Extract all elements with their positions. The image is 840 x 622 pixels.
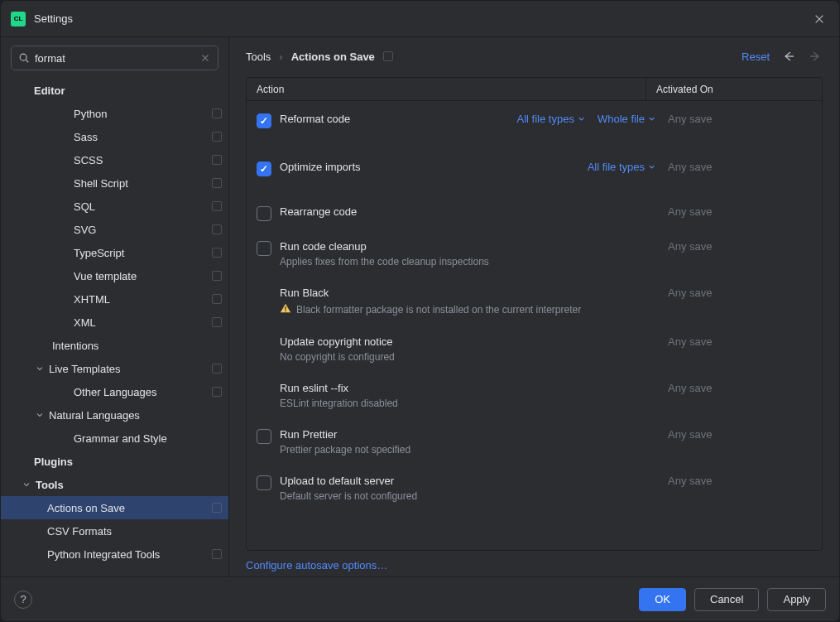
activated-on: Any save	[663, 428, 812, 441]
action-label: Reformat code	[280, 113, 517, 125]
table-row[interactable]: Run code cleanupApplies fixes from the c…	[247, 232, 822, 278]
sidebar-item-python-integrated-tools[interactable]: Python Integrated Tools	[1, 542, 228, 566]
table-row[interactable]: Upload to default serverDefault server i…	[247, 466, 822, 513]
sidebar: EditorPythonSassSCSSShell ScriptSQLSVGTy…	[1, 37, 229, 576]
configure-autosave-link[interactable]: Configure autosave options…	[246, 559, 387, 571]
sidebar-item-scss[interactable]: SCSS	[1, 148, 228, 171]
action-label: Rearrange code	[280, 205, 663, 218]
extension-badge-icon	[212, 248, 222, 258]
table-row[interactable]: Run PrettierPrettier package not specifi…	[247, 420, 822, 466]
action-label: Optimize imports	[280, 161, 588, 173]
checkbox[interactable]	[257, 113, 271, 128]
sidebar-item-intentions[interactable]: Intentions	[1, 334, 228, 357]
extension-badge-icon	[212, 271, 222, 281]
clear-icon[interactable]	[199, 52, 211, 64]
table-body: Reformat codeAll file types Whole file A…	[247, 101, 822, 550]
sidebar-item-xml[interactable]: XML	[1, 311, 228, 334]
table-row[interactable]: Run BlackBlack formatter package is not …	[247, 278, 822, 327]
table-row[interactable]: Rearrange codeAny save	[247, 197, 822, 232]
activated-on: Any save	[663, 161, 812, 173]
extension-badge-icon	[212, 132, 222, 142]
checkbox[interactable]	[257, 206, 271, 221]
table-row[interactable]: Update copyright noticeNo copyright is c…	[247, 327, 822, 374]
dropdown-all-file-types[interactable]: All file types	[588, 161, 656, 173]
search-icon	[18, 52, 30, 64]
col-activated[interactable]: Activated On	[646, 84, 822, 95]
checkbox[interactable]	[257, 241, 271, 256]
sidebar-item-natural-languages[interactable]: Natural Languages	[1, 403, 228, 427]
ok-button[interactable]: OK	[639, 588, 686, 611]
extension-badge-icon	[212, 294, 222, 304]
action-subtext: Applies fixes from the code cleanup insp…	[280, 256, 663, 268]
sidebar-item-label: Shell Script	[74, 177, 128, 190]
app-icon: CL	[11, 12, 26, 27]
sidebar-item-label: Python	[74, 108, 107, 120]
checkbox[interactable]	[257, 475, 271, 490]
reset-link[interactable]: Reset	[742, 51, 770, 63]
sidebar-item-actions-on-save[interactable]: Actions on Save	[1, 496, 228, 519]
sidebar-item-tools[interactable]: Tools	[1, 473, 228, 496]
sidebar-item-label: Intentions	[52, 340, 98, 352]
table-row[interactable]: Optimize importsAll file types Any save	[247, 149, 822, 197]
apply-button[interactable]: Apply	[767, 588, 826, 611]
sidebar-item-label: XHTML	[74, 293, 110, 306]
help-icon[interactable]: ?	[14, 591, 32, 609]
sidebar-item-live-templates[interactable]: Live Templates	[1, 357, 228, 380]
search-input[interactable]	[11, 46, 218, 70]
extension-badge-icon	[212, 201, 222, 211]
sidebar-item-python[interactable]: Python	[1, 102, 228, 125]
breadcrumb-parent[interactable]: Tools	[246, 51, 271, 63]
checkbox[interactable]	[257, 162, 271, 176]
sidebar-item-label: SQL	[74, 200, 95, 213]
sidebar-item-csv-formats[interactable]: CSV Formats	[1, 519, 228, 542]
close-icon[interactable]	[809, 9, 829, 29]
sidebar-item-typescript[interactable]: TypeScript	[1, 241, 228, 264]
svg-rect-2	[285, 311, 286, 311]
cancel-button[interactable]: Cancel	[694, 588, 759, 611]
action-label: Upload to default server	[280, 475, 663, 487]
table-row[interactable]: Reformat codeAll file types Whole file A…	[247, 101, 822, 149]
forward-icon	[808, 49, 823, 64]
header: Tools › Actions on Save Reset	[229, 37, 839, 70]
sidebar-item-svg[interactable]: SVG	[1, 218, 228, 241]
sidebar-item-other-languages[interactable]: Other Languages	[1, 380, 228, 403]
settings-tree[interactable]: EditorPythonSassSCSSShell ScriptSQLSVGTy…	[1, 79, 228, 576]
sidebar-item-sass[interactable]: Sass	[1, 125, 228, 148]
action-subtext: ESLint integration disabled	[280, 398, 663, 409]
sidebar-item-vue-template[interactable]: Vue template	[1, 264, 228, 287]
activated-on: Any save	[663, 475, 812, 487]
extension-badge-icon	[212, 224, 222, 234]
chevron-down-icon	[34, 409, 46, 421]
extension-badge-icon	[383, 51, 393, 61]
search-field[interactable]	[35, 52, 199, 65]
action-label: Run eslint --fix	[280, 382, 663, 394]
settings-window: CL Settings EditorPythonSassSCSSShell Sc…	[0, 0, 840, 622]
sidebar-item-plugins[interactable]: Plugins	[1, 450, 228, 473]
sidebar-item-label: Sass	[74, 131, 98, 143]
sidebar-item-shell-script[interactable]: Shell Script	[1, 171, 228, 195]
activated-on: Any save	[663, 382, 812, 394]
warning-icon	[280, 302, 291, 316]
back-icon[interactable]	[781, 49, 796, 64]
sidebar-item-editor[interactable]: Editor	[1, 79, 228, 102]
breadcrumb: Tools › Actions on Save	[246, 51, 393, 63]
sidebar-item-label: Live Templates	[49, 363, 120, 375]
sidebar-item-label: XML	[74, 316, 96, 329]
dropdown-all-file-types[interactable]: All file types	[517, 113, 586, 125]
activated-on: Any save	[663, 335, 812, 348]
dropdown-whole-file[interactable]: Whole file	[598, 113, 656, 125]
table-row[interactable]: Run eslint --fixESLint integration disab…	[247, 374, 822, 420]
sidebar-item-grammar-and-style[interactable]: Grammar and Style	[1, 427, 228, 450]
sidebar-item-sql[interactable]: SQL	[1, 195, 228, 218]
svg-rect-1	[285, 306, 286, 310]
activated-on: Any save	[663, 240, 812, 253]
checkbox[interactable]	[257, 429, 271, 444]
extension-badge-icon	[212, 317, 222, 327]
col-action[interactable]: Action	[247, 78, 646, 100]
sidebar-item-label: Grammar and Style	[74, 432, 167, 445]
sidebar-item-label: Python Integrated Tools	[47, 548, 160, 561]
sidebar-item-xhtml[interactable]: XHTML	[1, 287, 228, 311]
sidebar-item-label: SCSS	[74, 154, 103, 166]
sidebar-item-label: Plugins	[34, 456, 73, 468]
extension-badge-icon	[212, 364, 222, 374]
